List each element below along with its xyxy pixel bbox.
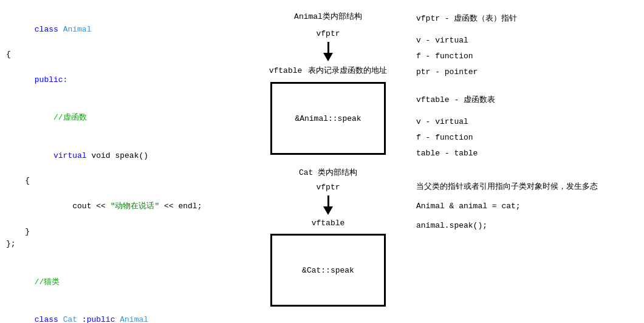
- comment-cat: //猫类: [35, 277, 60, 287]
- arrow-line-2: [327, 195, 329, 206]
- code-panel: class Animal { public: //虚函数 virtual voi…: [0, 6, 249, 323]
- polymorphism-section: 当父类的指针或者引用指向子类对象时候，发生多态 Animal & animal …: [416, 180, 635, 234]
- vfptr-explanation-title: vfptr - 虚函数（表）指针: [416, 11, 635, 27]
- animal-speak-text: &Animal::speak: [295, 114, 361, 123]
- comment-1: //虚函数: [35, 113, 87, 122]
- code-line-11: //猫类: [6, 264, 243, 301]
- code-line-3: public:: [6, 61, 243, 99]
- vfptr-label-1: vfptr: [316, 29, 340, 38]
- vftable-explanation-title: vftable - 虚函数表: [416, 92, 635, 108]
- right-panel: vfptr - 虚函数（表）指针 v - virtual f - functio…: [407, 6, 644, 323]
- v-virtual: v - virtual: [416, 33, 635, 49]
- f2-function: f - function: [416, 130, 635, 146]
- code-snippet-1: Animal & animal = cat;: [416, 199, 635, 214]
- code-snippet-2: animal.speak();: [416, 218, 635, 234]
- class-animal: Animal: [63, 25, 92, 34]
- vftable-label-2: vftable: [312, 219, 345, 228]
- code-line-7: cout << "动物在说话" << endl;: [6, 188, 243, 225]
- code-line-5: virtual void speak(): [6, 137, 243, 175]
- arrow-head-2: [323, 206, 333, 215]
- arrow-2: [323, 195, 333, 215]
- cat-diagram-title: Cat 类内部结构: [299, 167, 357, 178]
- animal-diagram-title: Animal类内部结构: [294, 11, 362, 22]
- public-kw-1: public:: [35, 75, 68, 84]
- code-line-12: class Cat :public Animal: [6, 301, 243, 323]
- f-function: f - function: [416, 49, 635, 64]
- cat-vftable-box: &Cat::speak: [270, 234, 386, 307]
- arrow-head-1: [323, 53, 333, 61]
- v2-virtual: v - virtual: [416, 114, 635, 130]
- vftable-text-1: vftable: [269, 66, 303, 75]
- code-line-1: class Animal: [6, 11, 243, 49]
- diagram-panel: Animal类内部结构 vfptr vftable 表内记录虚函数的地址 &An…: [249, 6, 407, 323]
- cat-speak-text: &Cat::speak: [302, 266, 354, 275]
- vftable-section: vftable - 虚函数表 v - virtual f - function …: [416, 92, 635, 162]
- animal-vftable-box: &Animal::speak: [270, 82, 386, 155]
- polymorphism-note: 当父类的指针或者引用指向子类对象时候，发生多态: [416, 180, 635, 195]
- code-line-6: {: [6, 175, 243, 188]
- vftable-row-1: vftable 表内记录虚函数的地址: [269, 65, 388, 76]
- code-line-10: [6, 251, 243, 264]
- arrow-line-1: [327, 42, 329, 53]
- vftable-desc-1: 表内记录虚函数的地址: [308, 65, 387, 76]
- code-line-2: {: [6, 49, 243, 61]
- code-line-4: //虚函数: [6, 100, 243, 137]
- ptr-pointer: ptr - pointer: [416, 64, 635, 80]
- vfptr-label-2: vfptr: [316, 183, 340, 192]
- table-table: table - table: [416, 146, 635, 162]
- code-line-8: }: [6, 226, 243, 239]
- keyword-class: class: [35, 25, 63, 34]
- arrow-1: [323, 42, 333, 61]
- code-line-9: };: [6, 238, 243, 251]
